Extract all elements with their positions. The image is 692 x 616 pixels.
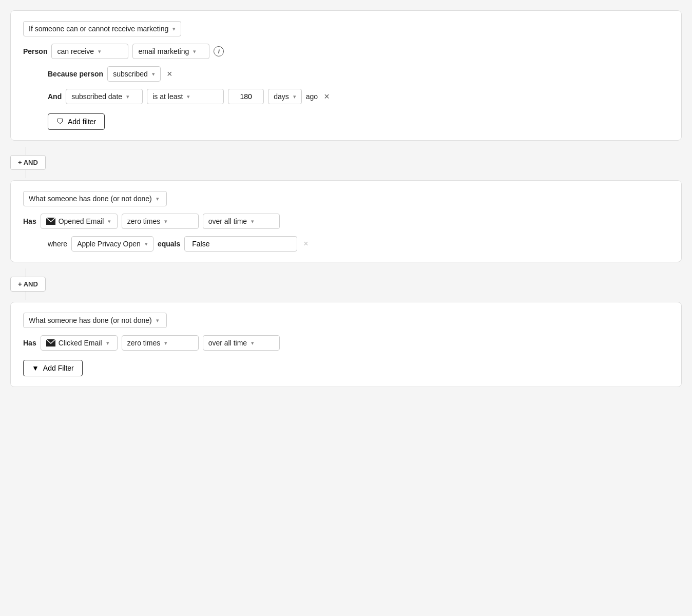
opened-email-dropdown[interactable]: Opened Email ▾ (41, 214, 118, 229)
because-person-row: Because person subscribed ▾ × (48, 66, 669, 82)
condition-row-3: What someone has done (or not done) ▾ (23, 313, 669, 328)
is-at-least-dropdown[interactable]: is at least ▾ (147, 89, 224, 104)
add-filter-label-1: Add filter (68, 118, 96, 126)
person-row: Person can receive ▾ email marketing ▾ i (23, 44, 669, 59)
apple-privacy-label: Apple Privacy Open (77, 240, 141, 248)
has-label-3: Has (23, 339, 36, 347)
days-label: days (274, 92, 289, 101)
info-icon[interactable]: i (214, 46, 224, 56)
zero-times-dropdown-3[interactable]: zero times ▾ (122, 335, 199, 351)
clicked-email-icon (46, 339, 55, 346)
condition-row-2: What someone has done (or not done) ▾ (23, 191, 669, 206)
add-filter-label-3: Add Filter (43, 364, 74, 372)
condition-dropdown-1-chevron: ▾ (172, 26, 176, 32)
add-filter-button-3[interactable]: ▼ Add Filter (23, 360, 83, 376)
days-value-input[interactable] (228, 89, 264, 104)
condition-dropdown-2[interactable]: What someone has done (or not done) ▾ (23, 191, 167, 206)
vertical-line-2 (26, 268, 26, 277)
is-at-least-label: is at least (152, 92, 183, 101)
email-marketing-chevron: ▾ (193, 48, 196, 55)
vertical-line-1 (26, 147, 26, 155)
equals-label-2: equals (158, 240, 180, 248)
has-label-2: Has (23, 217, 36, 225)
over-all-time-chevron-2: ▾ (251, 218, 254, 225)
subscribed-date-chevron: ▾ (126, 93, 129, 100)
email-marketing-label: email marketing (138, 47, 189, 55)
subscribed-chevron: ▾ (152, 71, 155, 78)
close-where-btn[interactable]: × (301, 239, 310, 249)
condition-dropdown-2-label: What someone has done (or not done) (29, 195, 152, 203)
and-connector-1: + AND (10, 147, 682, 178)
and-label: And (48, 92, 62, 101)
add-filter-row-3: ▼ Add Filter (23, 358, 669, 376)
email-marketing-dropdown[interactable]: email marketing ▾ (132, 44, 209, 59)
opened-email-icon (46, 218, 55, 225)
close-and-btn[interactable]: × (322, 91, 332, 102)
clicked-email-chevron: ▾ (106, 340, 109, 346)
condition-block-3: What someone has done (or not done) ▾ Ha… (10, 302, 682, 387)
condition-dropdown-1-label: If someone can or cannot receive marketi… (29, 25, 168, 33)
over-all-time-dropdown-2[interactable]: over all time ▾ (203, 214, 280, 229)
can-receive-dropdown[interactable]: can receive ▾ (51, 44, 128, 59)
vertical-line-1b (26, 170, 26, 178)
apple-privacy-chevron: ▾ (145, 241, 148, 247)
subscribed-dropdown[interactable]: subscribed ▾ (107, 66, 161, 82)
zero-times-label-3: zero times (127, 339, 161, 347)
and-filter-row: And subscribed date ▾ is at least ▾ days… (48, 89, 669, 104)
where-label-2: where (48, 240, 67, 248)
has-row-2: Has Opened Email ▾ zero times ▾ over all… (23, 214, 669, 229)
and-button-2[interactable]: + AND (10, 277, 46, 292)
condition-dropdown-2-chevron: ▾ (156, 196, 159, 202)
can-receive-chevron: ▾ (98, 48, 101, 55)
zero-times-chevron-2: ▾ (164, 218, 167, 225)
condition-row-1: If someone can or cannot receive marketi… (23, 21, 669, 36)
false-value-input[interactable] (184, 236, 297, 252)
over-all-time-label-3: over all time (208, 339, 247, 347)
over-all-time-chevron-3: ▾ (251, 340, 254, 346)
vertical-line-2b (26, 292, 26, 300)
condition-block-2: What someone has done (or not done) ▾ Ha… (10, 180, 682, 262)
over-all-time-dropdown-3[interactable]: over all time ▾ (203, 335, 280, 351)
zero-times-dropdown-2[interactable]: zero times ▾ (122, 214, 199, 229)
has-row-3: Has Clicked Email ▾ zero times ▾ over al… (23, 335, 669, 351)
subscribed-date-dropdown[interactable]: subscribed date ▾ (66, 89, 143, 104)
can-receive-label: can receive (57, 47, 94, 55)
clicked-email-label: Clicked Email (59, 339, 102, 347)
and-connector-2: + AND (10, 268, 682, 300)
apple-privacy-dropdown[interactable]: Apple Privacy Open ▾ (71, 236, 153, 252)
zero-times-label-2: zero times (127, 217, 161, 225)
close-because-btn[interactable]: × (165, 68, 175, 80)
add-filter-icon-3: ▼ (32, 364, 39, 372)
ago-text: ago (306, 92, 318, 101)
condition-dropdown-3-chevron: ▾ (156, 317, 159, 324)
clicked-email-dropdown[interactable]: Clicked Email ▾ (41, 335, 118, 351)
where-row-2: where Apple Privacy Open ▾ equals × (48, 236, 669, 252)
is-at-least-chevron: ▾ (187, 93, 190, 100)
subscribed-date-label: subscribed date (71, 92, 122, 101)
opened-email-label: Opened Email (59, 217, 104, 225)
condition-dropdown-3-label: What someone has done (or not done) (29, 316, 152, 324)
over-all-time-label-2: over all time (208, 217, 247, 225)
person-label: Person (23, 47, 47, 55)
add-filter-button-1[interactable]: ⛉ Add filter (48, 113, 105, 130)
condition-dropdown-1[interactable]: If someone can or cannot receive marketi… (23, 21, 181, 36)
because-label: Because person (48, 70, 103, 78)
opened-email-chevron: ▾ (108, 218, 111, 225)
subscribed-label: subscribed (113, 70, 148, 78)
days-chevron: ▾ (293, 93, 296, 100)
days-dropdown[interactable]: days ▾ (268, 89, 302, 104)
and-button-1[interactable]: + AND (10, 155, 46, 170)
add-filter-icon-1: ⛉ (56, 118, 64, 126)
condition-block-1: If someone can or cannot receive marketi… (10, 10, 682, 141)
add-filter-row-1: ⛉ Add filter (48, 111, 669, 130)
zero-times-chevron-3: ▾ (164, 340, 167, 346)
condition-dropdown-3[interactable]: What someone has done (or not done) ▾ (23, 313, 167, 328)
